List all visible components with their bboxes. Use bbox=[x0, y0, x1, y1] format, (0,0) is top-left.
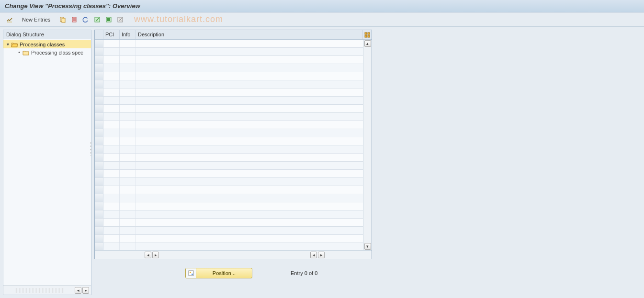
sidebar-resize-handle[interactable] bbox=[15, 288, 64, 293]
cell-info[interactable] bbox=[120, 178, 136, 186]
cell-pcl[interactable] bbox=[103, 48, 120, 55]
grid-select-all-header[interactable] bbox=[95, 30, 103, 39]
row-selector[interactable] bbox=[95, 145, 103, 153]
scroll-down-icon[interactable]: ▾ bbox=[364, 243, 371, 250]
table-row[interactable] bbox=[95, 170, 372, 178]
cell-pcl[interactable] bbox=[103, 145, 120, 153]
cell-description[interactable] bbox=[136, 105, 372, 112]
row-selector[interactable] bbox=[95, 129, 103, 137]
cell-info[interactable] bbox=[120, 97, 136, 104]
table-row[interactable] bbox=[95, 56, 372, 64]
row-selector[interactable] bbox=[95, 121, 103, 129]
splitter-handle[interactable] bbox=[90, 0, 92, 298]
cell-info[interactable] bbox=[120, 40, 136, 47]
row-selector[interactable] bbox=[95, 48, 103, 55]
cell-info[interactable] bbox=[120, 105, 136, 112]
cell-description[interactable] bbox=[136, 235, 372, 243]
row-selector[interactable] bbox=[95, 162, 103, 169]
row-selector[interactable] bbox=[95, 154, 103, 161]
cell-description[interactable] bbox=[136, 178, 372, 186]
cell-description[interactable] bbox=[136, 97, 372, 104]
cell-description[interactable] bbox=[136, 80, 372, 88]
select-block-icon[interactable] bbox=[104, 15, 113, 24]
table-row[interactable] bbox=[95, 145, 372, 154]
table-row[interactable] bbox=[95, 105, 372, 113]
hscroll-right-end-icon[interactable]: ▸ bbox=[318, 252, 325, 258]
cell-pcl[interactable] bbox=[103, 227, 120, 234]
table-row[interactable] bbox=[95, 64, 372, 72]
row-selector[interactable] bbox=[95, 186, 103, 194]
cell-pcl[interactable] bbox=[103, 88, 120, 96]
cell-pcl[interactable] bbox=[103, 194, 120, 202]
cell-pcl[interactable] bbox=[103, 97, 120, 104]
table-row[interactable] bbox=[95, 154, 372, 162]
cell-pcl[interactable] bbox=[103, 72, 120, 80]
grid-vertical-scrollbar[interactable]: ▴ ▾ bbox=[363, 40, 372, 250]
table-row[interactable] bbox=[95, 97, 372, 105]
row-selector[interactable] bbox=[95, 219, 103, 226]
sidebar-scroll-right-icon[interactable]: ▸ bbox=[82, 287, 89, 294]
row-selector[interactable] bbox=[95, 56, 103, 64]
row-selector[interactable] bbox=[95, 202, 103, 210]
cell-description[interactable] bbox=[136, 227, 372, 234]
cell-pcl[interactable] bbox=[103, 219, 120, 226]
tree-collapse-icon[interactable]: ▾ bbox=[5, 42, 10, 47]
table-row[interactable] bbox=[95, 202, 372, 210]
select-all-icon[interactable] bbox=[92, 15, 102, 24]
row-selector[interactable] bbox=[95, 40, 103, 47]
row-selector[interactable] bbox=[95, 170, 103, 177]
table-row[interactable] bbox=[95, 194, 372, 202]
sidebar-scroll-left-icon[interactable]: ◂ bbox=[75, 287, 81, 294]
row-selector[interactable] bbox=[95, 178, 103, 186]
cell-description[interactable] bbox=[136, 88, 372, 96]
cell-info[interactable] bbox=[120, 64, 136, 72]
hscroll-left-start-icon[interactable]: ◂ bbox=[145, 252, 151, 258]
cell-pcl[interactable] bbox=[103, 210, 120, 218]
cell-pcl[interactable] bbox=[103, 202, 120, 210]
tree-item-processing-classes[interactable]: ▾ Processing classes bbox=[3, 40, 91, 48]
table-row[interactable] bbox=[95, 121, 372, 129]
new-entries-button[interactable]: New Entries bbox=[19, 16, 53, 23]
cell-info[interactable] bbox=[120, 137, 136, 145]
table-row[interactable] bbox=[95, 178, 372, 186]
cell-description[interactable] bbox=[136, 137, 372, 145]
cell-description[interactable] bbox=[136, 48, 372, 55]
cell-description[interactable] bbox=[136, 210, 372, 218]
row-selector[interactable] bbox=[95, 210, 103, 218]
scroll-up-icon[interactable]: ▴ bbox=[364, 40, 371, 47]
row-selector[interactable] bbox=[95, 113, 103, 121]
table-row[interactable] bbox=[95, 219, 372, 227]
cell-description[interactable] bbox=[136, 219, 372, 226]
delete-icon[interactable] bbox=[69, 15, 79, 24]
grid-configure-icon[interactable] bbox=[363, 30, 372, 39]
cell-description[interactable] bbox=[136, 154, 372, 161]
table-row[interactable] bbox=[95, 88, 372, 97]
row-selector[interactable] bbox=[95, 80, 103, 88]
cell-description[interactable] bbox=[136, 162, 372, 169]
row-selector[interactable] bbox=[95, 194, 103, 202]
cell-description[interactable] bbox=[136, 113, 372, 121]
table-row[interactable] bbox=[95, 235, 372, 243]
cell-info[interactable] bbox=[120, 170, 136, 177]
row-selector[interactable] bbox=[95, 97, 103, 104]
cell-pcl[interactable] bbox=[103, 235, 120, 243]
column-header-description[interactable]: Description bbox=[136, 30, 363, 39]
cell-pcl[interactable] bbox=[103, 129, 120, 137]
toggle-display-icon[interactable] bbox=[5, 15, 14, 24]
deselect-all-icon[interactable] bbox=[115, 15, 125, 24]
cell-info[interactable] bbox=[120, 72, 136, 80]
row-selector[interactable] bbox=[95, 227, 103, 234]
cell-description[interactable] bbox=[136, 145, 372, 153]
cell-info[interactable] bbox=[120, 56, 136, 64]
cell-info[interactable] bbox=[120, 202, 136, 210]
cell-pcl[interactable] bbox=[103, 137, 120, 145]
copy-as-icon[interactable] bbox=[58, 15, 68, 24]
cell-info[interactable] bbox=[120, 154, 136, 161]
table-row[interactable] bbox=[95, 162, 372, 170]
cell-description[interactable] bbox=[136, 243, 372, 250]
table-row[interactable] bbox=[95, 129, 372, 137]
column-header-pcl[interactable]: PCl bbox=[103, 30, 120, 39]
table-row[interactable] bbox=[95, 113, 372, 121]
cell-description[interactable] bbox=[136, 170, 372, 177]
cell-info[interactable] bbox=[120, 113, 136, 121]
